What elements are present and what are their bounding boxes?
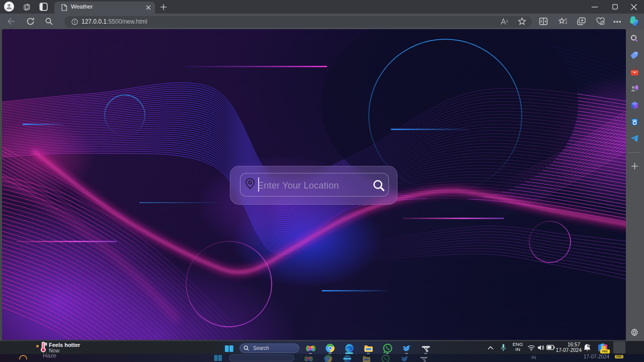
svg-text:1: 1	[45, 343, 46, 346]
